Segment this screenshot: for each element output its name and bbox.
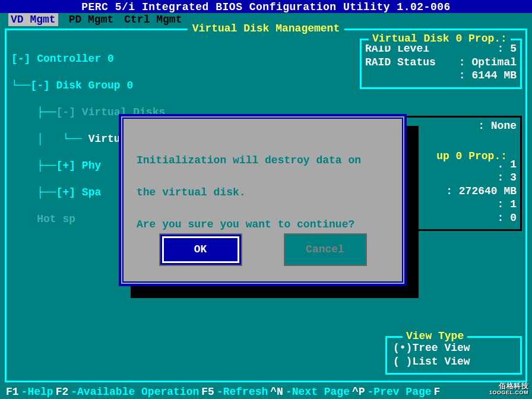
app-title: PERC 5/i Integrated BIOS Configuration U…	[81, 1, 451, 13]
tab-ctrl-mgmt[interactable]: Ctrl Mgmt	[124, 13, 182, 27]
ok-button-label: OK	[194, 243, 207, 256]
status-bar: F1-Help F2-Available Operation F5-Refres…	[0, 385, 532, 399]
cancel-button-label: Cancel	[306, 243, 344, 256]
radio-list-view[interactable]: ( )List View	[393, 355, 514, 369]
hotkey-ctrl-n: ^N	[270, 385, 283, 399]
view-type-box: View Type (•)Tree View ( )List View	[385, 336, 522, 375]
cancel-button[interactable]: Cancel	[284, 233, 367, 266]
tab-pd-mgmt[interactable]: PD Mgmt	[69, 13, 114, 27]
view-type-title: View Type	[403, 330, 467, 343]
vd-size: : 6144 MB	[365, 69, 517, 83]
vd-props-title: Virtual Disk 0 Prop.:	[369, 32, 511, 46]
hotkey-f5: F5	[201, 385, 214, 399]
dialog-message: Initialization will destroy data on the …	[137, 137, 389, 233]
hotkey-ctrl-p: ^P	[352, 385, 365, 399]
tree-diskgroup[interactable]: └──[-] Disk Group 0	[11, 79, 185, 93]
title-bar: PERC 5/i Integrated BIOS Configuration U…	[0, 0, 532, 13]
virtual-disk-properties: Virtual Disk 0 Prop.: RAID Level : 5 RAI…	[360, 39, 522, 89]
tree-controller[interactable]: [-] Controller 0	[11, 52, 185, 66]
vd-raid-status: RAID Status: Optimal	[365, 56, 517, 69]
dg-props-title: up 0 Prop.:	[433, 150, 511, 163]
confirm-dialog: Initialization will destroy data on the …	[119, 114, 407, 286]
radio-tree-view[interactable]: (•)Tree View	[393, 341, 514, 355]
hotkey-f1: F1	[6, 385, 19, 399]
watermark: 佰格科技 1OOGEL.COM	[489, 382, 528, 395]
workspace-title: Virtual Disk Management	[188, 22, 344, 36]
tab-vd-mgmt[interactable]: VD Mgmt	[8, 13, 58, 27]
ok-button[interactable]: OK	[159, 233, 242, 266]
hotkey-f2: F2	[56, 385, 69, 399]
hotkey-f12: F	[434, 385, 441, 399]
